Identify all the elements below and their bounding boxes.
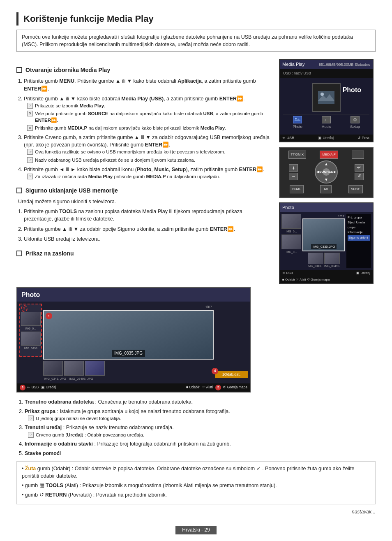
- ttx-mix-btn: TTX/MIX: [288, 151, 307, 159]
- lt-1-label: IMG_0...: [21, 327, 40, 331]
- bts-2: [64, 361, 84, 376]
- pbl-device: ▣ Uređaj: [41, 385, 56, 390]
- svg-point-10: [355, 119, 355, 120]
- tip-yellow-label: Žuta: [25, 466, 36, 471]
- tv-icon-photo: Photo: [293, 116, 302, 130]
- remote-row-1: TTX/MIX MEDIA.P: [282, 151, 370, 159]
- nav-down: ▼: [324, 177, 328, 183]
- intro-text: Pomoću ove funkcije možete pregledavati …: [22, 34, 353, 47]
- minus-btn: −: [289, 173, 298, 180]
- tips-list: Žuta gumb (Odabir) : Odabir datoteke iz …: [22, 465, 370, 499]
- step-1: Pritisnite gumb MENU. Pritisnite gumbe ▲…: [24, 77, 271, 92]
- thumb-1-label: IMG_0...: [281, 230, 301, 234]
- legend-1: Trenutno odabrana datoteka : Označena je…: [25, 398, 376, 406]
- music-icon-btn: ♪: [322, 116, 331, 123]
- counter-row: 1/67: [43, 304, 214, 310]
- lt-2: [21, 332, 41, 346]
- nastavak: nastavak...: [16, 508, 376, 515]
- back-arrow-btn: ↺: [355, 173, 364, 180]
- thumb-2: [281, 235, 301, 249]
- step-3: Pritisnite Crveno gumb, a zatim pritisni…: [24, 134, 271, 163]
- bottom-thumb-2: [324, 253, 340, 264]
- center-display: 1/67 IMG_0335.JPG IMG_0343. IMG_03498.: [302, 214, 345, 269]
- extra-btn1: [352, 151, 364, 159]
- main-photo-display: IMG_0335.JPG: [302, 218, 345, 251]
- pbr-badge5: 5 ↺ Gornja mapa: [215, 385, 247, 390]
- plus-minus-col: + −: [289, 164, 298, 180]
- tv-bottom-bar1: ⇐ USB ▣ Uređaj ↺ Povr.: [280, 135, 373, 142]
- legend-4: Informacije o odabiru stavki : Prikazuje…: [25, 440, 376, 448]
- right-column: Media Play 851.98MB/995.00MB Slobodno US…: [279, 59, 376, 284]
- bsl-1: IMG_0343. JPG: [44, 377, 66, 381]
- side-menu-item-2: Sljed. Unutar grupe: [348, 220, 370, 230]
- side-menu-item-4: Sigurno ukloni: [348, 235, 370, 241]
- legend-5: Stavke pomoći: [25, 450, 376, 457]
- tv-photo-icon: [312, 83, 341, 112]
- selected-count-badge: 4 1Odab.dat.: [215, 371, 248, 378]
- step-4: Pritisnite gumb ◄ ili ► kako biste odabr…: [24, 166, 271, 180]
- legend-2: Prikaz grupa : Istaknuta je grupa sortir…: [25, 408, 376, 422]
- thumb-1: [281, 214, 301, 229]
- section2-header: Sigurno uklanjanje USB memorije: [16, 186, 271, 195]
- main-large-photo: 1 IMG_0335.JPG: [43, 310, 214, 360]
- bts-3: [85, 361, 105, 376]
- tv-usb-bottom: ⇐ USB: [282, 135, 294, 141]
- enter-btn: ↵: [355, 164, 364, 172]
- section2-intro: Uređaj možete sigurno ukloniti s televiz…: [16, 198, 271, 205]
- btl-1: IMG_0343.: [307, 264, 322, 268]
- subt-btn: SUBT.: [348, 185, 363, 193]
- tv-content1: Photo Photo: [280, 78, 373, 135]
- main-photo-name: IMG_0335.JPG: [112, 350, 145, 358]
- btl-2: IMG_03498.: [324, 264, 340, 268]
- tip-tools: gumb ▦ TOOLS (Alati) : Prikazuje izborni…: [22, 482, 370, 489]
- remote-row-2: + − SOURCE ▲ ▼ ◄ ► ↵: [282, 160, 370, 183]
- step-2-1: Pritisnite gumb TOOLS na zaslonu popisa …: [24, 208, 271, 223]
- svg-text:♪: ♪: [324, 118, 326, 122]
- arrow-col: ↵ ↺: [355, 164, 364, 180]
- remote-box: TTX/MIX MEDIA.P + − SOURCE ▲: [279, 147, 374, 198]
- step-2-3: Uklonite USB uređaj iz televizora.: [24, 235, 271, 243]
- tv-title: Media Play: [282, 61, 304, 68]
- tv-bottom-controls: ■ Odabir ☞ Alati ↺ Gornja mapa: [280, 276, 373, 283]
- photo-bottom-right: ■ Odabir ☞ Alati 5 ↺ Gornja mapa: [186, 385, 247, 390]
- note-3a: ☞ Ova funkcija razlikuje se ovisno o USB…: [24, 149, 271, 155]
- badge-5: 5: [215, 385, 221, 390]
- tv-icon-photo-label: Photo: [293, 124, 302, 130]
- photo-section-inner: 2 IMG_0... IMG_0498 1/67 1 IMG_0335.JPG: [17, 302, 250, 383]
- tip-yellow: Žuta gumb (Odabir) : Odabir datoteke iz …: [22, 465, 370, 480]
- tv-ui-box2: Photo IMG_0... IMG_0... 1/67 IMG_0335.JP…: [279, 202, 374, 284]
- svg-point-5: [295, 118, 297, 119]
- tips-section: Žuta gumb (Odabir) : Odabir datoteke iz …: [16, 461, 376, 505]
- photo-legend: Trenutno odabrana datoteka : Označena je…: [16, 398, 376, 457]
- thumb-2-label: IMG_0...: [281, 250, 301, 254]
- bottom-thumb-labels: IMG_0343. IMG_03498.: [307, 264, 340, 268]
- left-thumbs: IMG_0... IMG_0...: [281, 214, 301, 269]
- right-info-col: 4 1Odab.dat.: [215, 304, 248, 381]
- tv-icon-setup: Setup: [350, 116, 360, 130]
- photo-section-header: Photo: [17, 288, 250, 302]
- section2-steps: Pritisnite gumb TOOLS na zaslonu popisa …: [16, 208, 271, 243]
- tv-photo-label: Photo: [343, 85, 361, 95]
- tv-icon-music: ♪ Music: [321, 116, 331, 130]
- tip-return: gumb ↺ RETURN (Povratak) : Povratak na p…: [22, 491, 370, 499]
- checkbox-icon: [16, 67, 22, 73]
- tv-info: 851.98MB/995.00MB Slobodno: [319, 62, 370, 67]
- nav-center: SOURCE: [323, 168, 330, 176]
- center-main: 1/67 1 IMG_0335.JPG IMG_0343. JPG IMG_03…: [43, 304, 214, 381]
- note-3b: ☞ Naziv odabranog USB uređaja prikazat ć…: [24, 157, 271, 163]
- nav-up: ▲: [324, 161, 328, 167]
- nav-left: ◄: [316, 169, 320, 175]
- bottom-thumb-1: [308, 253, 323, 264]
- tv-photo-grid-area: IMG_0... IMG_0... 1/67 IMG_0335.JPG IMG_…: [280, 212, 373, 270]
- pbr-select: ■ Odabir: [186, 385, 200, 390]
- group-highlight: 2 IMG_0... IMG_0498: [19, 304, 42, 357]
- intro-box: Pomoću ove funkcije možete pregledavati …: [16, 30, 376, 52]
- note-2a: ☞ Prikazuje se izbornik Media Play.: [24, 102, 271, 109]
- badge-3: 3: [20, 385, 25, 390]
- side-menu-item-3: Informacije: [348, 230, 370, 235]
- tv-header2-title: Photo: [282, 205, 294, 210]
- photo-section-box: Photo 2 IMG_0... IMG_0498 1: [16, 287, 251, 392]
- bottom-strip-labels: IMG_0343. JPG IMG_03498. JPG: [43, 377, 214, 381]
- legend-3: Trenutni uređaj : Prikazuje se naziv tre…: [25, 424, 376, 438]
- step-2: Pritisnite gumb ▲ ili ▼ kako biste odabr…: [24, 95, 271, 132]
